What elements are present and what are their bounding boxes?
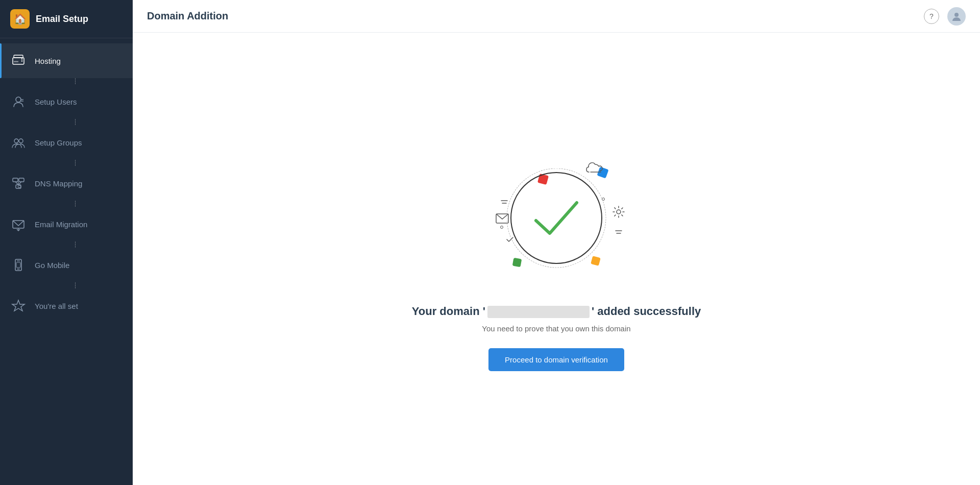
connector-6 — [18, 282, 133, 288]
sidebar-item-hosting-label: Hosting — [35, 57, 61, 65]
success-title-after: ' added successfully — [592, 305, 701, 318]
app-title: Email Setup — [36, 14, 88, 25]
sidebar-item-setup-users-label: Setup Users — [35, 98, 77, 106]
svg-rect-10 — [13, 178, 18, 182]
app-logo: 🏠 — [10, 9, 30, 29]
setup-users-icon — [10, 93, 27, 110]
svg-point-26 — [617, 210, 621, 214]
dot-left — [500, 226, 503, 229]
connector-1 — [18, 78, 133, 84]
dns-mapping-icon — [10, 175, 27, 191]
email-migration-icon — [10, 216, 27, 232]
connector-5 — [18, 241, 133, 248]
sidebar-item-go-mobile-label: Go Mobile — [35, 261, 69, 270]
sidebar-item-youre-all-set-label: You're all set — [35, 302, 78, 310]
gear-icon — [612, 205, 625, 222]
proceed-button[interactable]: Proceed to domain verification — [488, 348, 624, 371]
svg-rect-11 — [19, 178, 24, 182]
main-area: Domain Addition ? — [133, 0, 980, 485]
sidebar-item-email-migration[interactable]: Email Migration — [0, 207, 133, 241]
hosting-icon: www — [10, 53, 27, 69]
success-title-before: Your domain ' — [412, 305, 485, 318]
success-title: Your domain '' added successfully — [412, 305, 701, 318]
content-area: Your domain '' added successfully You ne… — [133, 33, 980, 485]
cloud-icon — [585, 162, 605, 178]
svg-point-3 — [21, 60, 22, 61]
logo-icon: 🏠 — [14, 13, 27, 25]
success-subtitle: You need to prove that you own this doma… — [482, 324, 630, 333]
sidebar-item-setup-users[interactable]: Setup Users — [0, 84, 133, 119]
svg-rect-22 — [16, 262, 20, 268]
svg-point-9 — [19, 139, 23, 143]
svg-point-16 — [18, 186, 21, 188]
success-illustration — [480, 147, 633, 289]
sidebar-item-youre-all-set[interactable]: You're all set — [0, 288, 133, 323]
sidebar-header: 🏠 Email Setup — [0, 0, 133, 38]
success-circle — [510, 172, 602, 264]
setup-groups-icon — [10, 134, 27, 151]
youre-all-set-icon — [10, 298, 27, 314]
svg-marker-23 — [12, 300, 24, 311]
sidebar-item-dns-mapping[interactable]: DNS Mapping — [0, 166, 133, 201]
sidebar-item-setup-groups[interactable]: Setup Groups — [0, 125, 133, 160]
svg-line-14 — [15, 182, 18, 185]
help-button[interactable]: ? — [924, 9, 939, 24]
domain-blurred — [487, 306, 590, 318]
deco-green-square — [512, 258, 522, 268]
topbar-actions: ? — [924, 7, 966, 26]
help-icon: ? — [929, 12, 934, 20]
svg-line-15 — [18, 182, 21, 185]
checkmark-svg — [528, 195, 584, 241]
connector-4 — [18, 201, 133, 207]
sidebar-item-go-mobile[interactable]: Go Mobile — [0, 248, 133, 282]
svg-point-5 — [16, 97, 21, 102]
connector-3 — [18, 160, 133, 166]
svg-rect-12 — [16, 185, 21, 188]
avatar[interactable] — [947, 7, 966, 26]
sidebar-item-email-migration-label: Email Migration — [35, 220, 87, 229]
topbar: Domain Addition ? — [133, 0, 980, 33]
sidebar-nav: www Hosting Setup Users — [0, 38, 133, 485]
lines-right-icon — [615, 228, 624, 238]
deco-yellow-square — [591, 256, 601, 266]
go-mobile-icon — [10, 257, 27, 273]
sidebar-item-setup-groups-label: Setup Groups — [35, 138, 82, 147]
svg-point-2 — [21, 58, 22, 59]
page-title: Domain Addition — [147, 10, 228, 22]
connector-2 — [18, 119, 133, 125]
sidebar-item-hosting[interactable]: www Hosting — [0, 43, 133, 78]
sidebar: 🏠 Email Setup www Hosting — [0, 0, 133, 485]
sidebar-item-dns-mapping-label: DNS Mapping — [35, 179, 82, 188]
svg-point-24 — [954, 13, 959, 17]
svg-point-8 — [14, 139, 18, 143]
svg-text:www: www — [14, 60, 19, 63]
